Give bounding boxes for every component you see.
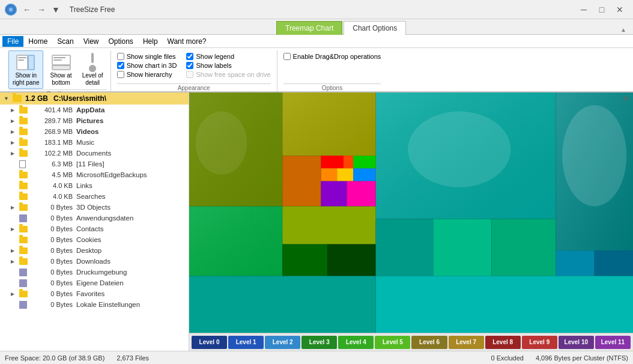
tree-item-size: 289.7 MB	[31, 117, 73, 124]
check-drag-drop-label: Enable Drag&Drop operations	[293, 53, 381, 60]
tree-item[interactable]: ▶0 Bytes3D Objects	[0, 202, 189, 213]
dropdown-button[interactable]: ▼	[49, 4, 62, 16]
options-section: Enable Drag&Drop operations Options	[277, 50, 387, 91]
tree-item[interactable]: 0 BytesAnwendungsdaten	[0, 213, 189, 223]
tree-expand[interactable]: ▶	[11, 226, 19, 232]
legend-item-3[interactable]: Level 3	[301, 336, 337, 349]
check-drag-drop-input[interactable]	[283, 53, 291, 60]
legend-item-0[interactable]: Level 0	[192, 336, 227, 349]
legend-item-5[interactable]: Level 5	[375, 336, 410, 349]
show-bottom-button[interactable]: Show atbottom	[46, 50, 76, 89]
show-bottom-label: Show atbottom	[50, 72, 71, 86]
tree-item[interactable]: 0 BytesDruckumgebung	[0, 267, 189, 278]
check-hierarchy[interactable]: Show hierarchy	[117, 71, 177, 78]
tree-item[interactable]: ▶0 BytesContacts	[0, 223, 189, 234]
check-chart-3d[interactable]: Show chart in 3D	[117, 62, 177, 69]
legend-item-2[interactable]: Level 2	[265, 336, 300, 349]
root-folder-icon	[13, 95, 22, 102]
tree-expand[interactable]: ▶	[11, 129, 19, 135]
tab-treemap[interactable]: Treemap Chart	[276, 21, 342, 35]
svg-rect-42	[434, 219, 491, 276]
legend-item-8[interactable]: Level 8	[485, 336, 521, 349]
tree-scroll[interactable]: ▶401.4 MBAppData▶289.7 MBPictures▶268.9 …	[0, 105, 189, 351]
svg-point-1	[9, 8, 13, 11]
check-single-files-label: Show single files	[127, 53, 176, 60]
legend-item-4[interactable]: Level 4	[338, 336, 374, 349]
tree-item-name: Downloads	[76, 258, 111, 265]
menu-scan[interactable]: Scan	[52, 36, 78, 47]
tree-item[interactable]: ▶183.1 MBMusic	[0, 137, 189, 148]
tree-item-name: Eigene Dateien	[76, 279, 124, 287]
tree-expand[interactable]: ▶	[11, 151, 19, 156]
tree-expand[interactable]: ▶	[11, 291, 19, 297]
forward-button[interactable]: →	[35, 4, 48, 16]
tree-expand[interactable]: ▶	[11, 248, 19, 253]
level-detail-label: Level ofdetail	[82, 72, 103, 86]
tree-item[interactable]: 0 BytesLokale Einstellungen	[0, 299, 189, 310]
minimize-button[interactable]: ─	[575, 3, 592, 16]
legend-item-6[interactable]: Level 6	[411, 336, 447, 349]
tree-expand[interactable]: ▶	[11, 205, 19, 210]
statusbar: Free Space: 20.0 GB (of 38.9 GB) 2,673 F…	[0, 351, 633, 364]
menu-view[interactable]: View	[79, 36, 104, 47]
tree-item[interactable]: ▶102.2 MBDocuments	[0, 148, 189, 159]
tree-root[interactable]: ▼ 1.2 GB C:\Users\smith\	[0, 93, 189, 105]
show-right-pane-button[interactable]: Show inright pane	[8, 50, 43, 89]
tree-item[interactable]: ▶268.9 MBVideos	[0, 126, 189, 137]
check-legend[interactable]: Show legend	[186, 53, 270, 60]
tree-root-expand[interactable]: ▼	[4, 96, 11, 102]
back-button[interactable]: ←	[20, 4, 34, 16]
svg-rect-16	[189, 276, 376, 333]
svg-rect-20	[282, 93, 375, 156]
check-hierarchy-input[interactable]	[117, 71, 124, 78]
legend-item-11[interactable]: Level 11	[595, 336, 631, 349]
check-single-files-input[interactable]	[117, 53, 124, 60]
tree-expand[interactable]: ▶	[11, 259, 19, 264]
menu-options[interactable]: Options	[104, 36, 138, 47]
tree-item[interactable]: 6.3 MB[11 Files]	[0, 159, 189, 169]
tabs-chevron[interactable]: ▲	[614, 26, 633, 34]
tree-item[interactable]: ▶0 BytesDownloads	[0, 256, 189, 267]
check-chart-3d-input[interactable]	[117, 62, 124, 69]
tree-item[interactable]: ▶401.4 MBAppData	[0, 105, 189, 115]
legend-item-9[interactable]: Level 9	[522, 336, 557, 349]
check-legend-input[interactable]	[186, 53, 193, 60]
legend-item-1[interactable]: Level 1	[228, 336, 264, 349]
check-drag-drop[interactable]: Enable Drag&Drop operations	[283, 53, 381, 60]
tree-item-size: 4.0 KB	[31, 182, 73, 189]
tree-item-size: 4.0 KB	[31, 193, 73, 200]
check-labels[interactable]: Show labels	[186, 62, 270, 69]
svg-rect-25	[321, 156, 344, 168]
tree-expand[interactable]: ▶	[11, 140, 19, 145]
tree-expand[interactable]: ▶	[11, 108, 19, 113]
appearance-label: Appearance	[117, 83, 271, 91]
folder-icon	[19, 225, 29, 233]
tree-item[interactable]: ▶0 BytesFavorites	[0, 288, 189, 299]
chart-close-button[interactable]: ✕	[622, 94, 629, 103]
check-labels-input[interactable]	[186, 62, 193, 69]
tree-expand[interactable]: ▶	[11, 118, 19, 124]
tree-item[interactable]: 4.0 KBLinks	[0, 180, 189, 191]
tree-item-size: 401.4 MB	[31, 106, 73, 114]
tree-item[interactable]: 0 BytesCookies	[0, 234, 189, 245]
tree-item[interactable]: ▶0 BytesDesktop	[0, 245, 189, 256]
close-button[interactable]: ✕	[611, 3, 628, 16]
svg-rect-8	[53, 57, 65, 58]
legend-item-10[interactable]: Level 10	[559, 336, 594, 349]
tree-item[interactable]: 4.5 MBMicrosoftEdgeBackups	[0, 169, 189, 180]
check-free-space-input	[186, 71, 193, 78]
check-free-space[interactable]: Show free space on drive	[186, 71, 270, 78]
tab-chart-options[interactable]: Chart Options	[344, 21, 406, 35]
tree-item-size: 268.9 MB	[31, 128, 73, 135]
menu-file[interactable]: File	[2, 36, 23, 47]
menu-help[interactable]: Help	[138, 36, 163, 47]
menu-want-more[interactable]: Want more?	[163, 36, 211, 47]
menu-home[interactable]: Home	[23, 36, 52, 47]
tree-item[interactable]: 4.0 KBSearches	[0, 191, 189, 202]
maximize-button[interactable]: □	[593, 3, 610, 16]
tree-item-size: 0 Bytes	[31, 236, 73, 243]
check-single-files[interactable]: Show single files	[117, 53, 177, 60]
tree-item[interactable]: 0 BytesEigene Dateien	[0, 278, 189, 288]
legend-item-7[interactable]: Level 7	[449, 336, 484, 349]
tree-item[interactable]: ▶289.7 MBPictures	[0, 115, 189, 126]
